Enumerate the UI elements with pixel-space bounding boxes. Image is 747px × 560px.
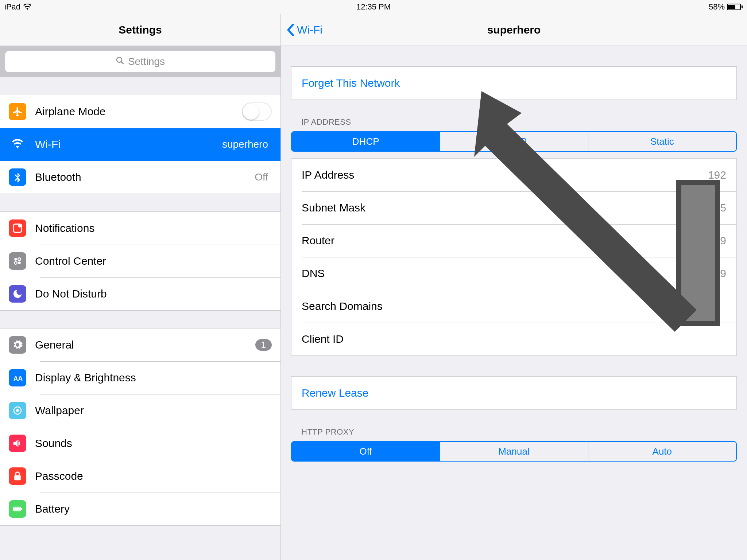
row-subnet-mask[interactable]: Subnet Mask 255.25 xyxy=(291,191,736,224)
sidebar-item-label: Airplane Mode xyxy=(35,105,242,118)
sidebar-item-label: Control Center xyxy=(35,255,272,267)
segment-proxy-manual[interactable]: Manual xyxy=(440,442,588,461)
sidebar-item-label: Sounds xyxy=(35,437,272,450)
sounds-icon xyxy=(9,435,26,452)
display-icon: AA xyxy=(9,369,26,386)
sidebar-item-value: superhero xyxy=(222,139,268,150)
control-center-icon xyxy=(9,252,26,270)
sidebar-item-value: Off xyxy=(255,171,268,183)
forget-label: Forget This Network xyxy=(302,77,400,89)
svg-point-5 xyxy=(18,258,21,261)
airplane-icon xyxy=(9,103,26,120)
sidebar-item-sounds[interactable]: Sounds xyxy=(0,427,280,460)
gear-icon xyxy=(9,336,26,354)
sidebar-item-battery[interactable]: Battery xyxy=(0,493,280,525)
back-button[interactable]: Wi-Fi xyxy=(281,24,322,36)
wifi-status-icon xyxy=(23,4,31,10)
segment-static[interactable]: Static xyxy=(588,132,736,151)
detail-title: superhero xyxy=(487,24,541,36)
status-time: 12:35 PM xyxy=(356,2,391,12)
sidebar-item-airplane[interactable]: Airplane Mode xyxy=(0,95,280,128)
sidebar-item-passcode[interactable]: Passcode xyxy=(0,460,280,493)
renew-lease-button[interactable]: Renew Lease xyxy=(291,377,736,409)
sidebar-item-dnd[interactable]: Do Not Disturb xyxy=(0,277,280,310)
sidebar-item-label: Passcode xyxy=(35,470,272,482)
row-search-domains[interactable]: Search Domains xyxy=(291,290,736,323)
proxy-section-header: HTTP PROXY xyxy=(291,410,737,441)
wallpaper-icon xyxy=(9,402,26,419)
badge: 1 xyxy=(255,339,272,351)
status-bar: iPad 12:35 PM 58% xyxy=(0,0,747,14)
search-icon xyxy=(116,56,124,67)
sidebar-item-label: Bluetooth xyxy=(35,171,255,183)
renew-label: Renew Lease xyxy=(302,387,368,399)
svg-point-10 xyxy=(16,409,19,412)
proxy-segment: Off Manual Auto xyxy=(291,441,737,462)
sidebar-item-label: General xyxy=(35,339,255,351)
search-placeholder: Settings xyxy=(128,56,165,67)
forget-network-button[interactable]: Forget This Network xyxy=(291,67,736,100)
sidebar-item-wallpaper[interactable]: Wallpaper xyxy=(0,394,280,427)
airplane-toggle[interactable] xyxy=(242,102,272,121)
svg-rect-13 xyxy=(14,508,20,510)
notifications-icon xyxy=(9,219,26,237)
svg-point-3 xyxy=(18,224,22,228)
ip-mode-segment: DHCP BootP Static xyxy=(291,131,737,152)
device-label: iPad xyxy=(4,2,20,12)
battery-percent: 58% xyxy=(709,2,725,12)
segment-proxy-auto[interactable]: Auto xyxy=(588,442,736,461)
sidebar-item-bluetooth[interactable]: Bluetooth Off xyxy=(0,161,280,194)
row-client-id[interactable]: Client ID xyxy=(291,323,736,355)
sidebar-item-notifications[interactable]: Notifications xyxy=(0,212,280,245)
search-input[interactable]: Settings xyxy=(5,51,275,72)
bluetooth-icon xyxy=(9,168,26,186)
sidebar-item-label: Wallpaper xyxy=(35,404,272,417)
sidebar-item-control-center[interactable]: Control Center xyxy=(0,245,280,277)
sidebar-item-label: Notifications xyxy=(35,222,272,234)
sidebar-item-label: Battery xyxy=(35,503,272,515)
annotation-redaction-box xyxy=(676,180,720,326)
moon-icon xyxy=(9,285,26,303)
svg-rect-14 xyxy=(21,508,22,510)
sidebar-title: Settings xyxy=(119,24,162,36)
row-router[interactable]: Router 19 xyxy=(291,224,736,257)
settings-sidebar: Settings Settings Airplane Mode Wi-Fi su… xyxy=(0,14,281,560)
row-ip-address[interactable]: IP Address 192 xyxy=(291,159,736,191)
search-container: Settings xyxy=(0,46,280,77)
battery-row-icon xyxy=(9,500,26,518)
wifi-icon xyxy=(9,136,26,153)
sidebar-item-label: Wi-Fi xyxy=(35,138,222,151)
sidebar-item-label: Display & Brightness xyxy=(35,372,272,384)
chevron-left-icon xyxy=(287,24,295,36)
svg-line-1 xyxy=(121,62,123,64)
sidebar-item-label: Do Not Disturb xyxy=(35,288,272,300)
segment-bootp[interactable]: BootP xyxy=(440,132,588,151)
row-dns[interactable]: DNS 19 xyxy=(291,257,736,290)
detail-header: Wi-Fi superhero xyxy=(281,14,747,46)
sidebar-header: Settings xyxy=(0,14,280,46)
svg-point-6 xyxy=(14,261,17,264)
back-label: Wi-Fi xyxy=(297,24,322,36)
ip-section-header: IP ADDRESS xyxy=(291,100,737,131)
sidebar-item-general[interactable]: General 1 xyxy=(0,328,280,361)
segment-proxy-off[interactable]: Off xyxy=(292,442,440,461)
svg-point-7 xyxy=(18,261,21,264)
segment-dhcp[interactable]: DHCP xyxy=(292,132,440,151)
svg-point-4 xyxy=(14,258,17,261)
sidebar-item-wifi[interactable]: Wi-Fi superhero xyxy=(0,128,280,161)
battery-icon xyxy=(727,4,743,10)
sidebar-item-display[interactable]: AA Display & Brightness xyxy=(0,361,280,394)
lock-icon xyxy=(9,467,26,485)
svg-rect-11 xyxy=(14,475,21,481)
svg-text:AA: AA xyxy=(13,375,23,382)
